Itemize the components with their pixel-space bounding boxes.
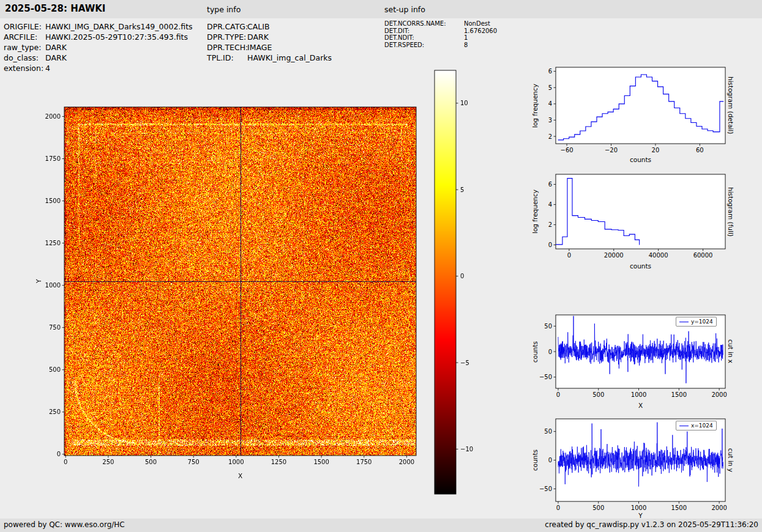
histogram-full-plot: 02000040000600000246 [523,165,731,278]
meta-value: DARK [45,53,67,62]
meta-row: DPR.TECH:IMAGE [207,42,332,53]
meta-label: ARCFILE: [4,32,45,42]
footer-bar: powered by QC: www.eso.org/HC created by… [0,519,762,532]
legend-line-icon [679,322,689,322]
meta-value: 8 [464,42,468,48]
svg-text:−20: −20 [605,147,618,153]
meta-label: DPR.CATG: [207,21,247,32]
svg-text:1500: 1500 [45,198,61,204]
meta-value: 1 [464,34,468,41]
cut-y-y-label: counts [532,419,539,501]
cut-y-legend: x=1024 [676,421,717,430]
svg-text:2000: 2000 [711,504,727,511]
qc-report-page: 2025-05-28: HAWKI type info set-up info … [0,0,762,532]
legend-label: y=1024 [691,318,713,325]
svg-text:−50: −50 [539,486,552,492]
cut-y-right-label: cut in y [727,419,734,501]
hist-detail-right-label: histogram (detail) [727,67,734,144]
svg-text:5: 5 [548,84,552,91]
image-y-axis-label: Y [35,107,42,456]
histogram-detail-plot: −60−20206023456 [523,58,731,171]
svg-text:50: 50 [544,428,552,435]
meta-row: do_class:DARK [4,53,193,63]
hist-full-x-label: counts [556,263,725,270]
svg-text:750: 750 [188,459,200,465]
cut-x-right-label: cut in x [727,315,734,388]
meta-label: DET.DIT: [384,28,464,35]
meta-row: DPR.TYPE:DARK [207,32,332,42]
meta-value: HAWKI_IMG_DARK_Darks149_0002.fits [45,22,193,31]
meta-value: 1.6762060 [464,28,497,34]
meta-value: CALIB [247,22,270,31]
svg-text:6: 6 [548,181,552,188]
svg-text:500: 500 [145,459,157,465]
svg-text:1500: 1500 [671,391,687,398]
svg-text:2000: 2000 [399,459,414,465]
file-info-section: ORIGFILE:HAWKI_IMG_DARK_Darks149_0002.fi… [4,21,193,73]
meta-label: DPR.TYPE: [207,32,247,42]
legend-line-icon [679,426,689,426]
svg-text:0: 0 [548,349,552,355]
svg-text:1750: 1750 [356,459,372,465]
svg-text:6: 6 [548,68,552,75]
svg-text:0: 0 [548,242,552,248]
svg-text:750: 750 [49,324,61,331]
meta-row: DET.DIT:1.6762060 [384,28,497,35]
image-axes: 0250500750100012501500175020000250500750… [37,101,453,486]
meta-label: do_class: [4,53,45,63]
svg-text:10: 10 [460,100,468,106]
svg-text:0: 0 [64,459,67,465]
svg-text:0: 0 [556,391,560,398]
svg-text:1250: 1250 [271,459,286,465]
svg-text:60000: 60000 [693,252,713,259]
svg-text:0: 0 [567,252,571,259]
svg-text:2000: 2000 [45,113,61,120]
cut-x-x-label: X [556,402,725,409]
meta-row: DET.RSPEED:8 [384,42,497,49]
svg-text:1000: 1000 [228,459,244,465]
svg-text:20000: 20000 [604,252,624,259]
hist-full-right-label: histogram (full) [727,174,734,249]
meta-value: DARK [247,32,269,42]
meta-label: DET.NCORRS.NAME: [384,20,464,28]
svg-text:1000: 1000 [631,504,646,511]
svg-text:0: 0 [460,273,464,279]
svg-text:0: 0 [548,457,552,464]
hist-detail-x-label: counts [556,157,725,163]
svg-text:250: 250 [49,408,61,415]
colorbar-axes: 1050−5−10 [431,64,487,501]
svg-text:1000: 1000 [45,282,61,289]
meta-label: DET.NDIT: [384,34,464,42]
svg-text:1750: 1750 [45,155,61,162]
hist-detail-y-label: log frequency [532,67,539,144]
header-bar: 2025-05-28: HAWKI type info set-up info [0,0,762,18]
svg-text:−10: −10 [460,446,473,453]
meta-row: ORIGFILE:HAWKI_IMG_DARK_Darks149_0002.fi… [4,21,193,32]
footer-left-text: powered by QC: www.eso.org/HC [4,520,125,529]
meta-label: extension: [4,63,45,73]
svg-text:2: 2 [548,221,552,228]
meta-row: DET.NCORRS.NAME:NonDest [384,20,497,28]
svg-text:5: 5 [460,187,464,193]
meta-value: HAWKI.2025-05-29T10:27:35.493.fits [45,32,188,42]
svg-text:0: 0 [556,504,560,511]
hist-full-y-label: log frequency [532,174,539,249]
meta-row: extension:4 [4,63,193,73]
cut-x-legend: y=1024 [676,317,717,327]
svg-text:−50: −50 [539,374,552,380]
meta-value: IMAGE [247,43,272,52]
svg-text:2: 2 [548,133,552,140]
type-info-section: DPR.CATG:CALIB DPR.TYPE:DARK DPR.TECH:IM… [207,21,332,63]
svg-text:20: 20 [652,147,660,153]
page-title: 2025-05-28: HAWKI [5,3,105,14]
image-x-axis-label: X [64,473,416,479]
legend-label: x=1024 [691,422,713,429]
svg-text:3: 3 [548,117,552,124]
svg-text:60: 60 [696,147,704,153]
meta-row: TPL.ID:HAWKI_img_cal_Darks [207,53,332,63]
svg-text:500: 500 [49,366,61,373]
meta-value: 4 [45,64,50,73]
type-info-heading: type info [207,5,241,14]
svg-text:40000: 40000 [649,252,668,259]
svg-text:1500: 1500 [313,459,329,465]
